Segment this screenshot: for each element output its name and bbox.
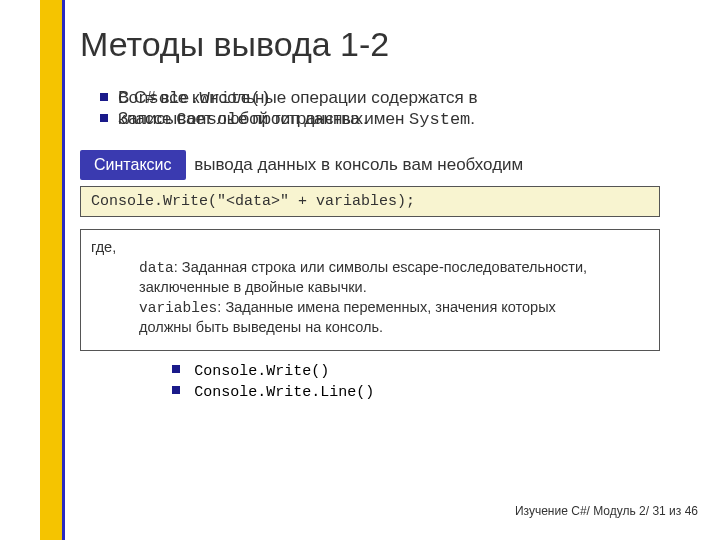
- where-data-text: : Заданная строка или символы escape-пос…: [174, 259, 587, 275]
- accent-line: [62, 0, 65, 540]
- methods-list: Console.Write() Console.Write.Line(): [172, 361, 660, 401]
- fg-line2: Записывает любой тип данных.: [100, 109, 368, 129]
- where-box: где, data: Заданная строка или символы e…: [80, 229, 660, 351]
- code-band: Console.Write("<data>" + variables);: [80, 186, 660, 217]
- where-lead: где,: [91, 239, 116, 255]
- method-1: Console.Write(): [194, 363, 329, 380]
- where-data-key: data: [139, 260, 174, 276]
- syntax-trail: вывода данных в консоль вам необходим: [190, 155, 524, 174]
- footer-text: Изучение C#/ Модуль 2/ 31 из 46: [515, 504, 698, 518]
- bullet-icon: [172, 386, 180, 394]
- bullet-icon: [100, 114, 108, 122]
- fg-line1: Console.Write(): [100, 88, 271, 108]
- slide-title: Методы вывода 1-2: [80, 25, 660, 64]
- where-vars-key: variables: [139, 300, 217, 316]
- where-vars-text: : Заданные имена переменных, значения ко…: [217, 299, 556, 315]
- syntax-label: Синтаксис: [80, 150, 186, 180]
- fg-l2-text: Записывает любой тип данных.: [118, 109, 368, 128]
- bullet-icon: [172, 365, 180, 373]
- method-2: Console.Write.Line(): [194, 384, 374, 401]
- content-area: В C# все консольные операции содержатся …: [80, 88, 660, 401]
- accent-bar: [40, 0, 62, 540]
- fg-l1-mono: Console.Write(): [118, 89, 271, 108]
- syntax-block: Синтаксис вывода данных в консоль вам не…: [80, 150, 660, 217]
- where-data-text2: заключенные в двойные кавычки.: [139, 278, 649, 298]
- list-item: Console.Write.Line(): [172, 382, 660, 401]
- slide: Методы вывода 1-2 В C# все консольные оп…: [0, 0, 720, 540]
- bg-l2-c: .: [470, 109, 475, 128]
- list-item: Console.Write(): [172, 361, 660, 380]
- bg-l2-mono2: System: [409, 110, 470, 129]
- where-vars-text2: должны быть выведены на консоль.: [139, 318, 649, 338]
- overlap-block: В C# все консольные операции содержатся …: [100, 88, 660, 134]
